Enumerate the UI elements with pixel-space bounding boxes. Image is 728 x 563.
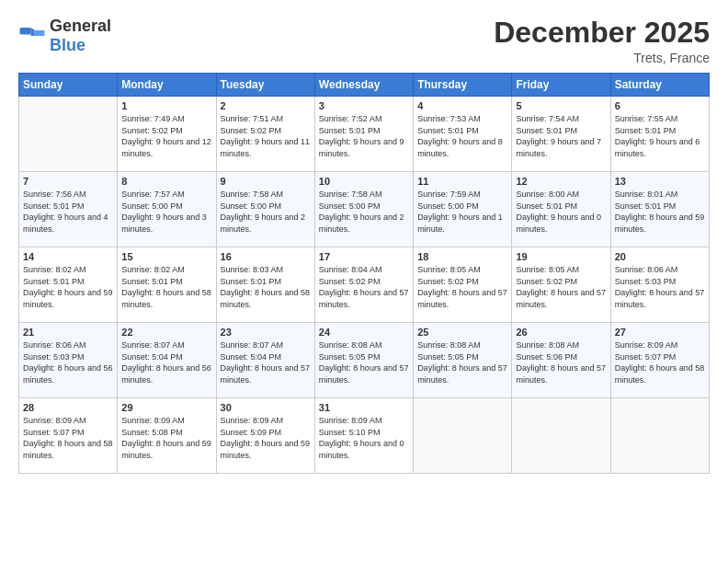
day-number: 4: [417, 100, 507, 111]
day-number: 26: [516, 327, 606, 338]
calendar-week-5: 28Sunrise: 8:09 AMSunset: 5:07 PMDayligh…: [19, 398, 710, 474]
column-header-tuesday: Tuesday: [216, 74, 314, 97]
day-number: 18: [417, 251, 507, 262]
calendar-cell: 7Sunrise: 7:56 AMSunset: 5:01 PMDaylight…: [19, 172, 118, 247]
calendar-week-3: 14Sunrise: 8:02 AMSunset: 5:01 PMDayligh…: [19, 247, 710, 323]
calendar-cell: 14Sunrise: 8:02 AMSunset: 5:01 PMDayligh…: [19, 247, 118, 323]
calendar-cell: 31Sunrise: 8:09 AMSunset: 5:10 PMDayligh…: [314, 398, 413, 474]
column-header-monday: Monday: [118, 74, 216, 97]
title-block: December 2025 Trets, France: [494, 17, 710, 65]
calendar-cell: 15Sunrise: 8:02 AMSunset: 5:01 PMDayligh…: [118, 247, 216, 323]
calendar-cell: 24Sunrise: 8:08 AMSunset: 5:05 PMDayligh…: [314, 323, 413, 398]
calendar-week-4: 21Sunrise: 8:06 AMSunset: 5:03 PMDayligh…: [19, 323, 710, 398]
calendar-cell: 21Sunrise: 8:06 AMSunset: 5:03 PMDayligh…: [19, 323, 118, 398]
calendar-table: SundayMondayTuesdayWednesdayThursdayFrid…: [18, 73, 710, 474]
day-info: Sunrise: 7:52 AMSunset: 5:01 PMDaylight:…: [319, 113, 409, 159]
day-info: Sunrise: 8:06 AMSunset: 5:03 PMDaylight:…: [23, 339, 113, 385]
day-number: 1: [121, 100, 211, 111]
logo-text: General Blue: [50, 17, 111, 55]
calendar-cell: 30Sunrise: 8:09 AMSunset: 5:09 PMDayligh…: [216, 398, 314, 474]
calendar-cell: 16Sunrise: 8:03 AMSunset: 5:01 PMDayligh…: [216, 247, 314, 323]
day-info: Sunrise: 8:08 AMSunset: 5:05 PMDaylight:…: [319, 339, 409, 385]
calendar-cell: [512, 398, 610, 474]
day-number: 7: [23, 176, 113, 187]
svg-rect-0: [20, 28, 31, 35]
calendar-header-row: SundayMondayTuesdayWednesdayThursdayFrid…: [19, 74, 710, 97]
calendar-cell: 22Sunrise: 8:07 AMSunset: 5:04 PMDayligh…: [118, 323, 216, 398]
calendar-cell: 18Sunrise: 8:05 AMSunset: 5:02 PMDayligh…: [414, 247, 512, 323]
logo-blue: Blue: [50, 36, 85, 54]
day-number: 28: [23, 402, 113, 413]
day-info: Sunrise: 8:03 AMSunset: 5:01 PMDaylight:…: [221, 264, 311, 310]
day-info: Sunrise: 7:57 AMSunset: 5:00 PMDaylight:…: [121, 189, 211, 235]
calendar-cell: 11Sunrise: 7:59 AMSunset: 5:00 PMDayligh…: [414, 172, 512, 247]
calendar-cell: [610, 398, 709, 474]
day-info: Sunrise: 7:58 AMSunset: 5:00 PMDaylight:…: [319, 189, 409, 235]
calendar-cell: 26Sunrise: 8:08 AMSunset: 5:06 PMDayligh…: [512, 323, 610, 398]
day-number: 25: [417, 327, 507, 338]
day-info: Sunrise: 8:00 AMSunset: 5:01 PMDaylight:…: [516, 189, 606, 235]
calendar-cell: 17Sunrise: 8:04 AMSunset: 5:02 PMDayligh…: [314, 247, 413, 323]
header-row: General Blue December 2025 Trets, France: [18, 17, 710, 65]
day-info: Sunrise: 8:05 AMSunset: 5:02 PMDaylight:…: [417, 264, 507, 310]
day-info: Sunrise: 8:08 AMSunset: 5:06 PMDaylight:…: [516, 339, 606, 385]
calendar-cell: 6Sunrise: 7:55 AMSunset: 5:01 PMDaylight…: [610, 97, 709, 172]
calendar-cell: 3Sunrise: 7:52 AMSunset: 5:01 PMDaylight…: [314, 97, 413, 172]
day-info: Sunrise: 8:08 AMSunset: 5:05 PMDaylight:…: [417, 339, 507, 385]
calendar-cell: 29Sunrise: 8:09 AMSunset: 5:08 PMDayligh…: [118, 398, 216, 474]
day-number: 5: [516, 100, 606, 111]
day-number: 27: [615, 327, 705, 338]
calendar-week-2: 7Sunrise: 7:56 AMSunset: 5:01 PMDaylight…: [19, 172, 710, 247]
day-info: Sunrise: 7:51 AMSunset: 5:02 PMDaylight:…: [221, 113, 311, 159]
day-info: Sunrise: 7:58 AMSunset: 5:00 PMDaylight:…: [221, 189, 311, 235]
column-header-saturday: Saturday: [610, 74, 709, 97]
day-number: 24: [319, 327, 409, 338]
calendar-cell: 1Sunrise: 7:49 AMSunset: 5:02 PMDaylight…: [118, 97, 216, 172]
calendar-cell: 27Sunrise: 8:09 AMSunset: 5:07 PMDayligh…: [610, 323, 709, 398]
day-info: Sunrise: 8:02 AMSunset: 5:01 PMDaylight:…: [23, 264, 113, 310]
day-info: Sunrise: 8:04 AMSunset: 5:02 PMDaylight:…: [319, 264, 409, 310]
day-number: 15: [121, 251, 211, 262]
day-info: Sunrise: 8:09 AMSunset: 5:08 PMDaylight:…: [121, 415, 211, 461]
column-header-friday: Friday: [512, 74, 610, 97]
day-number: 10: [319, 176, 409, 187]
day-number: 17: [319, 251, 409, 262]
month-title: December 2025: [494, 17, 710, 49]
day-number: 16: [221, 251, 311, 262]
day-info: Sunrise: 7:56 AMSunset: 5:01 PMDaylight:…: [23, 189, 113, 235]
calendar-cell: 2Sunrise: 7:51 AMSunset: 5:02 PMDaylight…: [216, 97, 314, 172]
column-header-wednesday: Wednesday: [314, 74, 413, 97]
calendar-cell: 12Sunrise: 8:00 AMSunset: 5:01 PMDayligh…: [512, 172, 610, 247]
calendar-week-1: 1Sunrise: 7:49 AMSunset: 5:02 PMDaylight…: [19, 97, 710, 172]
location: Trets, France: [494, 51, 710, 65]
day-number: 2: [221, 100, 311, 111]
day-info: Sunrise: 7:53 AMSunset: 5:01 PMDaylight:…: [417, 113, 507, 159]
calendar-cell: 4Sunrise: 7:53 AMSunset: 5:01 PMDaylight…: [414, 97, 512, 172]
day-number: 31: [319, 402, 409, 413]
day-info: Sunrise: 8:09 AMSunset: 5:09 PMDaylight:…: [221, 415, 311, 461]
day-number: 23: [221, 327, 311, 338]
day-number: 3: [319, 100, 409, 111]
calendar-cell: 8Sunrise: 7:57 AMSunset: 5:00 PMDaylight…: [118, 172, 216, 247]
day-number: 14: [23, 251, 113, 262]
day-info: Sunrise: 7:59 AMSunset: 5:00 PMDaylight:…: [417, 189, 507, 235]
calendar-cell: 20Sunrise: 8:06 AMSunset: 5:03 PMDayligh…: [610, 247, 709, 323]
day-info: Sunrise: 8:09 AMSunset: 5:07 PMDaylight:…: [23, 415, 113, 461]
day-number: 30: [221, 402, 311, 413]
day-number: 19: [516, 251, 606, 262]
calendar-cell: [414, 398, 512, 474]
calendar-cell: 13Sunrise: 8:01 AMSunset: 5:01 PMDayligh…: [610, 172, 709, 247]
day-info: Sunrise: 8:06 AMSunset: 5:03 PMDaylight:…: [615, 264, 705, 310]
page-container: General Blue December 2025 Trets, France…: [0, 0, 728, 483]
calendar-cell: 28Sunrise: 8:09 AMSunset: 5:07 PMDayligh…: [19, 398, 118, 474]
day-info: Sunrise: 7:55 AMSunset: 5:01 PMDaylight:…: [615, 113, 705, 159]
day-info: Sunrise: 8:05 AMSunset: 5:02 PMDaylight:…: [516, 264, 606, 310]
day-number: 22: [121, 327, 211, 338]
day-info: Sunrise: 8:01 AMSunset: 5:01 PMDaylight:…: [615, 189, 705, 235]
logo-icon: [18, 26, 46, 46]
logo: General Blue: [18, 17, 111, 55]
calendar-cell: 10Sunrise: 7:58 AMSunset: 5:00 PMDayligh…: [314, 172, 413, 247]
svg-marker-2: [34, 30, 45, 36]
day-info: Sunrise: 8:07 AMSunset: 5:04 PMDaylight:…: [221, 339, 311, 385]
calendar-cell: [19, 97, 118, 172]
